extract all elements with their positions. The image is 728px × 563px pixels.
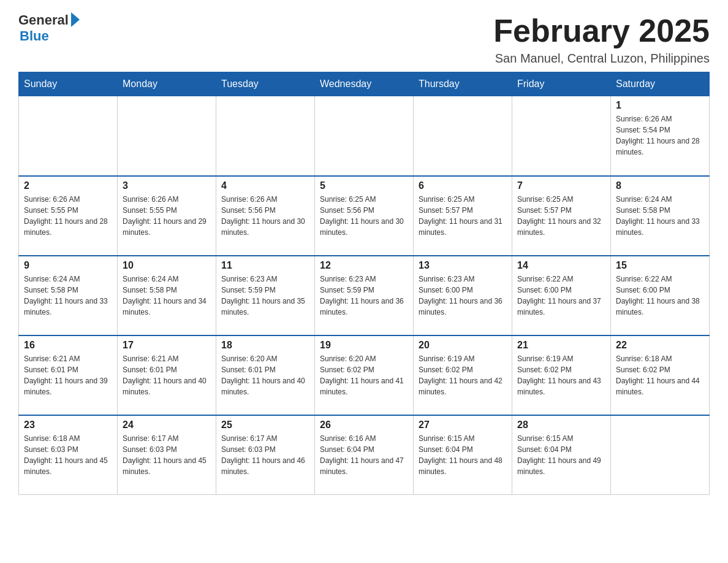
calendar-week-row: 23Sunrise: 6:18 AMSunset: 6:03 PMDayligh…: [19, 415, 710, 495]
calendar-cell: 16Sunrise: 6:21 AMSunset: 6:01 PMDayligh…: [19, 335, 118, 415]
calendar-cell: 26Sunrise: 6:16 AMSunset: 6:04 PMDayligh…: [315, 415, 414, 495]
day-number: 20: [419, 340, 507, 351]
calendar-cell: [118, 96, 216, 176]
day-number: 28: [517, 419, 605, 431]
day-info: Sunrise: 6:17 AMSunset: 6:03 PMDaylight:…: [123, 433, 211, 477]
day-number: 7: [517, 180, 605, 191]
calendar-cell: 23Sunrise: 6:18 AMSunset: 6:03 PMDayligh…: [19, 415, 118, 495]
day-number: 11: [221, 260, 309, 271]
weekday-header-sunday: Sunday: [19, 72, 118, 96]
day-number: 5: [320, 180, 408, 191]
calendar-cell: 17Sunrise: 6:21 AMSunset: 6:01 PMDayligh…: [118, 335, 216, 415]
calendar-cell: 10Sunrise: 6:24 AMSunset: 5:58 PMDayligh…: [118, 256, 216, 335]
calendar-cell: 13Sunrise: 6:23 AMSunset: 6:00 PMDayligh…: [414, 256, 512, 335]
weekday-header-thursday: Thursday: [414, 72, 512, 96]
day-info: Sunrise: 6:18 AMSunset: 6:03 PMDaylight:…: [24, 433, 112, 477]
day-number: 6: [419, 180, 507, 191]
month-title: February 2025: [493, 12, 710, 49]
calendar-cell: 25Sunrise: 6:17 AMSunset: 6:03 PMDayligh…: [216, 415, 315, 495]
day-info: Sunrise: 6:25 AMSunset: 5:57 PMDaylight:…: [517, 194, 605, 238]
calendar-cell: 27Sunrise: 6:15 AMSunset: 6:04 PMDayligh…: [414, 415, 512, 495]
day-number: 12: [320, 260, 408, 271]
day-number: 3: [123, 180, 211, 191]
day-info: Sunrise: 6:26 AMSunset: 5:56 PMDaylight:…: [221, 194, 309, 238]
day-info: Sunrise: 6:22 AMSunset: 6:00 PMDaylight:…: [616, 274, 704, 318]
calendar-cell: [315, 96, 414, 176]
day-info: Sunrise: 6:22 AMSunset: 6:00 PMDaylight:…: [517, 274, 605, 318]
day-info: Sunrise: 6:26 AMSunset: 5:55 PMDaylight:…: [123, 194, 211, 238]
day-number: 15: [616, 260, 704, 271]
day-number: 18: [221, 340, 309, 351]
day-number: 19: [320, 340, 408, 351]
logo-blue-text: Blue: [20, 28, 49, 44]
day-number: 25: [221, 419, 309, 431]
calendar-week-row: 1Sunrise: 6:26 AMSunset: 5:54 PMDaylight…: [19, 96, 710, 176]
calendar-cell: [216, 96, 315, 176]
day-number: 2: [24, 180, 112, 191]
day-info: Sunrise: 6:19 AMSunset: 6:02 PMDaylight:…: [419, 353, 507, 397]
calendar-cell: 3Sunrise: 6:26 AMSunset: 5:55 PMDaylight…: [118, 176, 216, 256]
day-number: 21: [517, 340, 605, 351]
day-info: Sunrise: 6:19 AMSunset: 6:02 PMDaylight:…: [517, 353, 605, 397]
calendar-cell: 11Sunrise: 6:23 AMSunset: 5:59 PMDayligh…: [216, 256, 315, 335]
calendar-cell: 20Sunrise: 6:19 AMSunset: 6:02 PMDayligh…: [414, 335, 512, 415]
day-number: 8: [616, 180, 704, 191]
logo-general-text: General: [18, 12, 69, 28]
calendar-cell: 5Sunrise: 6:25 AMSunset: 5:56 PMDaylight…: [315, 176, 414, 256]
day-info: Sunrise: 6:24 AMSunset: 5:58 PMDaylight:…: [616, 194, 704, 238]
day-info: Sunrise: 6:23 AMSunset: 5:59 PMDaylight:…: [221, 274, 309, 318]
calendar-cell: 12Sunrise: 6:23 AMSunset: 5:59 PMDayligh…: [315, 256, 414, 335]
weekday-header-wednesday: Wednesday: [315, 72, 414, 96]
calendar-cell: 15Sunrise: 6:22 AMSunset: 6:00 PMDayligh…: [611, 256, 710, 335]
day-info: Sunrise: 6:26 AMSunset: 5:55 PMDaylight:…: [24, 194, 112, 238]
calendar-cell: 18Sunrise: 6:20 AMSunset: 6:01 PMDayligh…: [216, 335, 315, 415]
day-info: Sunrise: 6:25 AMSunset: 5:57 PMDaylight:…: [419, 194, 507, 238]
day-info: Sunrise: 6:23 AMSunset: 6:00 PMDaylight:…: [419, 274, 507, 318]
day-info: Sunrise: 6:20 AMSunset: 6:02 PMDaylight:…: [320, 353, 408, 397]
day-number: 13: [419, 260, 507, 271]
page-header: General Blue February 2025 San Manuel, C…: [18, 12, 710, 66]
calendar-cell: 2Sunrise: 6:26 AMSunset: 5:55 PMDaylight…: [19, 176, 118, 256]
day-info: Sunrise: 6:16 AMSunset: 6:04 PMDaylight:…: [320, 433, 408, 477]
day-number: 10: [123, 260, 211, 271]
calendar-week-row: 9Sunrise: 6:24 AMSunset: 5:58 PMDaylight…: [19, 256, 710, 335]
calendar-cell: 24Sunrise: 6:17 AMSunset: 6:03 PMDayligh…: [118, 415, 216, 495]
day-number: 26: [320, 419, 408, 431]
day-info: Sunrise: 6:25 AMSunset: 5:56 PMDaylight:…: [320, 194, 408, 238]
calendar-week-row: 2Sunrise: 6:26 AMSunset: 5:55 PMDaylight…: [19, 176, 710, 256]
calendar-week-row: 16Sunrise: 6:21 AMSunset: 6:01 PMDayligh…: [19, 335, 710, 415]
day-number: 9: [24, 260, 112, 271]
calendar-cell: [19, 96, 118, 176]
calendar-cell: 21Sunrise: 6:19 AMSunset: 6:02 PMDayligh…: [512, 335, 611, 415]
day-info: Sunrise: 6:26 AMSunset: 5:54 PMDaylight:…: [616, 113, 704, 158]
day-info: Sunrise: 6:17 AMSunset: 6:03 PMDaylight:…: [221, 433, 309, 477]
calendar-cell: 1Sunrise: 6:26 AMSunset: 5:54 PMDaylight…: [611, 96, 710, 176]
calendar-cell: 4Sunrise: 6:26 AMSunset: 5:56 PMDaylight…: [216, 176, 315, 256]
day-info: Sunrise: 6:21 AMSunset: 6:01 PMDaylight:…: [24, 353, 112, 397]
weekday-header-saturday: Saturday: [611, 72, 710, 96]
calendar-cell: 28Sunrise: 6:15 AMSunset: 6:04 PMDayligh…: [512, 415, 611, 495]
calendar-cell: [512, 96, 611, 176]
location-text: San Manuel, Central Luzon, Philippines: [493, 52, 710, 66]
day-number: 24: [123, 419, 211, 431]
calendar-cell: 9Sunrise: 6:24 AMSunset: 5:58 PMDaylight…: [19, 256, 118, 335]
calendar-header-row: SundayMondayTuesdayWednesdayThursdayFrid…: [19, 72, 710, 96]
day-info: Sunrise: 6:18 AMSunset: 6:02 PMDaylight:…: [616, 353, 704, 397]
day-number: 22: [616, 340, 704, 351]
day-number: 16: [24, 340, 112, 351]
day-number: 1: [616, 100, 704, 111]
calendar-cell: [414, 96, 512, 176]
calendar-cell: [611, 415, 710, 495]
calendar-cell: 6Sunrise: 6:25 AMSunset: 5:57 PMDaylight…: [414, 176, 512, 256]
day-info: Sunrise: 6:20 AMSunset: 6:01 PMDaylight:…: [221, 353, 309, 397]
calendar-cell: 7Sunrise: 6:25 AMSunset: 5:57 PMDaylight…: [512, 176, 611, 256]
weekday-header-friday: Friday: [512, 72, 611, 96]
calendar-cell: 19Sunrise: 6:20 AMSunset: 6:02 PMDayligh…: [315, 335, 414, 415]
weekday-header-tuesday: Tuesday: [216, 72, 315, 96]
day-number: 4: [221, 180, 309, 191]
day-info: Sunrise: 6:24 AMSunset: 5:58 PMDaylight:…: [24, 274, 112, 318]
title-section: February 2025 San Manuel, Central Luzon,…: [493, 12, 710, 66]
calendar-cell: 22Sunrise: 6:18 AMSunset: 6:02 PMDayligh…: [611, 335, 710, 415]
logo-arrow-icon: [71, 12, 80, 27]
day-info: Sunrise: 6:15 AMSunset: 6:04 PMDaylight:…: [517, 433, 605, 477]
